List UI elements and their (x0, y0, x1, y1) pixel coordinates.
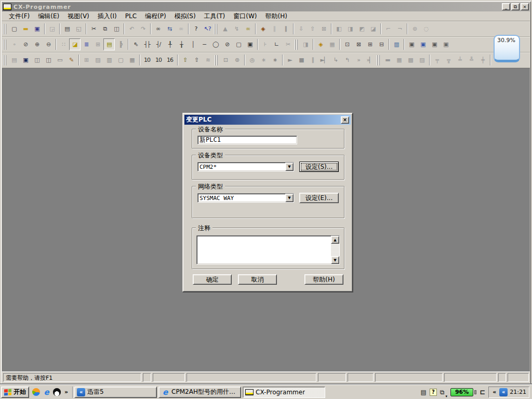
plc-monitor-3-icon[interactable]: ◩ (356, 23, 367, 35)
time-chart-monitor-icon[interactable]: ⊛ (231, 54, 243, 66)
network-type-settings-button[interactable]: 设定(E)... (299, 193, 339, 203)
menu-tools[interactable]: 工具(T) (201, 11, 229, 21)
watch-monitor-4-icon[interactable]: ▨ (416, 54, 428, 66)
print-icon[interactable]: ▤ (61, 23, 73, 35)
monitor-grid-1-icon[interactable]: ⊞ (81, 54, 92, 66)
sim-step-in-icon[interactable]: ↳ (330, 54, 341, 66)
task-browser[interactable]: e CPM2AH型号的用什么... (158, 387, 241, 398)
data-memory-icon[interactable]: ▦ (326, 38, 338, 50)
new-closed-coil-icon[interactable]: ⊘ (221, 38, 233, 50)
monitor-grid-3-icon[interactable]: ▥ (103, 54, 115, 66)
watch-monitor-2-icon[interactable]: ▦ (393, 54, 405, 66)
internet-explorer-icon[interactable]: e (43, 388, 50, 396)
sim-scan-run-icon[interactable]: »▏ (364, 54, 376, 66)
media-player-icon[interactable] (32, 388, 40, 396)
zoom-in-icon[interactable]: ⊕ (31, 38, 43, 50)
compare-with-plc-icon[interactable]: ⊠ (318, 23, 329, 35)
diff-monitor-4-icon[interactable]: ╩ (466, 54, 477, 66)
new-coil-icon[interactable]: ◯ (210, 38, 221, 50)
zoom-tool-icon[interactable]: ∘ (8, 38, 20, 50)
mouse-tool-icon[interactable]: ◎ (246, 54, 258, 66)
comment-scrollbar[interactable]: ▲ ▼ (331, 236, 339, 264)
context-help-icon[interactable]: ↖? (202, 23, 213, 35)
zoom-out-icon[interactable]: ⊖ (43, 38, 54, 50)
plc-monitor-1-icon[interactable]: ◧ (333, 23, 344, 35)
force-cancel-all-icon[interactable]: ≋ (202, 54, 214, 66)
global-symbols-icon[interactable]: ▣ (417, 38, 429, 50)
new-file-icon[interactable]: ▢ (8, 23, 20, 35)
sim-stop-icon[interactable]: ■ (296, 54, 307, 66)
redo-icon[interactable]: ↷ (137, 23, 149, 35)
new-vertical-icon[interactable]: │ (187, 38, 198, 50)
scrollbar-track[interactable] (331, 244, 339, 256)
compile-icon[interactable]: ▲ (219, 23, 231, 35)
sim-step-out-icon[interactable]: ↰ (341, 54, 353, 66)
cut-icon[interactable]: ✂ (88, 23, 99, 35)
io-comment-view-icon[interactable]: ◨ (300, 38, 311, 50)
replace-icon[interactable]: ⇆ (164, 23, 175, 35)
cancel-button[interactable]: 取消 (238, 274, 277, 285)
force-set-bit-icon[interactable]: ⇧ (179, 54, 191, 66)
pan-tool-icon[interactable]: ∗ (258, 54, 269, 66)
device-name-input[interactable] (197, 136, 297, 144)
download-to-plc-icon[interactable]: ⇩ (295, 23, 307, 35)
program-section-icon[interactable]: ▭ (54, 54, 65, 66)
menu-insert[interactable]: 插入(I) (94, 11, 121, 21)
quick-launch-chevron-icon[interactable]: » (63, 389, 69, 395)
sim-pause-icon[interactable]: ∥ (307, 54, 318, 66)
sim-step-icon[interactable]: ►▏ (318, 54, 330, 66)
print-setup-icon[interactable]: ◲ (46, 23, 58, 35)
device-type-combo-arrow[interactable]: ▼ (285, 163, 294, 171)
menu-view[interactable]: 视图(V) (64, 11, 93, 21)
diff-monitor-2-icon[interactable]: ╦ (443, 54, 454, 66)
sim-continuous-step-icon[interactable]: » (353, 54, 364, 66)
decimal-display-icon[interactable]: 10 (141, 54, 153, 66)
help-icon[interactable]: ? (190, 23, 202, 35)
network-type-combo[interactable]: SYSMAC WAY ▼ (197, 193, 294, 203)
plc-monitor-2-icon[interactable]: ◨ (344, 23, 356, 35)
diff-monitor-3-icon[interactable]: ╧ (454, 54, 466, 66)
compile-all-icon[interactable]: ↯ (231, 23, 242, 35)
device-type-settings-button[interactable]: 设定(S)... (299, 162, 339, 172)
restore-button[interactable]: ⧉ (511, 3, 520, 10)
force-on-icon[interactable]: ⌐ (382, 23, 394, 35)
work-online-icon[interactable]: ◈ (257, 23, 269, 35)
misc-rung-icon[interactable]: ⊦ (259, 38, 271, 50)
diff-monitor-5-icon[interactable]: ╪ (477, 54, 488, 66)
menu-program[interactable]: 编程(P) (141, 11, 170, 21)
device-type-combo[interactable]: CPM2* ▼ (197, 162, 294, 171)
print-preview-icon[interactable]: ◱ (73, 23, 84, 35)
rung-edit-icon[interactable]: ▤ (103, 38, 115, 50)
new-or-contact-icon[interactable]: ╀ (164, 38, 176, 50)
dialog-close-button[interactable]: × (341, 116, 349, 124)
save-icon[interactable]: ▣ (31, 23, 43, 35)
edit-comment-icon[interactable]: ✎ (65, 54, 77, 66)
plc-settings-icon[interactable]: ▣ (20, 54, 31, 66)
signed-decimal-display-icon[interactable]: 10 (153, 54, 164, 66)
power-plug-icon[interactable]: ⊏ (480, 388, 485, 396)
task-xunlei[interactable]: « 迅雷5 (74, 387, 157, 398)
toolbar-grip[interactable] (214, 24, 218, 34)
menu-edit[interactable]: 编辑(E) (34, 11, 63, 21)
toolbar-grip[interactable] (3, 55, 7, 65)
force-off-icon[interactable]: ¬ (394, 23, 405, 35)
menu-help[interactable]: 帮助(H) (262, 11, 291, 21)
io-table-icon[interactable]: ▤ (8, 54, 20, 66)
plc-monitor-4-icon[interactable]: ◪ (367, 23, 379, 35)
hex-display-icon[interactable]: 16 (164, 54, 176, 66)
new-instruction-icon[interactable]: ▢ (233, 38, 244, 50)
find-icon[interactable]: ∞ (152, 23, 164, 35)
new-contact-icon[interactable]: ┤├ (141, 38, 153, 50)
network-type-combo-arrow[interactable]: ▼ (285, 194, 294, 202)
program-check-icon[interactable]: ∞ (242, 23, 254, 35)
zoom-fit-icon[interactable]: ⊘ (20, 38, 31, 50)
new-closed-contact-icon[interactable]: ┤∕ (153, 38, 164, 50)
download-progress-widget[interactable]: 30.9% (494, 35, 520, 62)
upload-from-plc-icon[interactable]: ⇧ (307, 23, 318, 35)
help-button[interactable]: 帮助(H) (304, 274, 343, 285)
menu-simulation[interactable]: 模拟(S) (171, 11, 200, 21)
pointer-tool-icon[interactable]: ◪ (69, 38, 81, 50)
scroll-up-button[interactable]: ▲ (331, 236, 339, 244)
toolbar-grip[interactable] (215, 55, 218, 65)
undo-icon[interactable]: ↶ (126, 23, 137, 35)
